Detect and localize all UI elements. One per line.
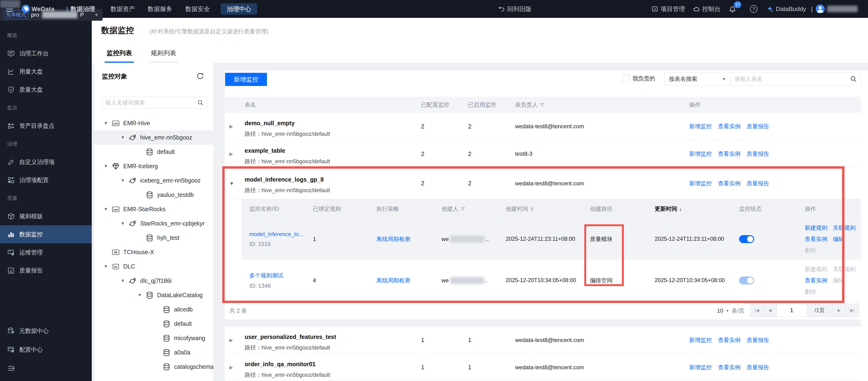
monitor-row[interactable]: 多个规则测试ID: 13464离线周期检测we.2025-12-20T10:34…	[241, 259, 861, 301]
checkbox[interactable]	[622, 75, 629, 82]
strategy-link[interactable]: 离线周期检测	[376, 277, 410, 284]
monitor-action-link[interactable]: 关联规则	[833, 224, 856, 232]
monitor-action-link[interactable]: 编辑	[833, 235, 844, 243]
sidebar-collapse-icon[interactable]	[0, 359, 92, 378]
monitor-row[interactable]: model_inference_lo...ID: 15151离线周期检测we..…	[241, 218, 861, 259]
my-responsibility-filter[interactable]: 我负责的	[622, 75, 655, 82]
back-to-old-version-link[interactable]: 回到旧版	[498, 0, 532, 18]
table-row[interactable]: ▶user_personalized_features_test路径：hive_…	[225, 326, 861, 354]
tree-node[interactable]: ▼EMREMR-StarRocks	[94, 202, 214, 216]
search-icon[interactable]	[197, 99, 204, 106]
tree-node[interactable]: ▼a0a0a	[94, 345, 214, 359]
monitor-action-link[interactable]: 关联规则	[833, 266, 856, 273]
next-page-button[interactable]: ▶	[833, 304, 846, 317]
help-icon[interactable]: ?	[750, 0, 757, 18]
row-action-link[interactable]: 新增监控	[689, 180, 712, 187]
refresh-icon[interactable]	[196, 72, 204, 80]
monitor-action-link[interactable]: 新建规则	[805, 266, 827, 273]
row-action-link[interactable]: 新增监控	[689, 363, 712, 371]
search-type-select[interactable]: 按表名搜索▼	[664, 72, 731, 85]
row-action-link[interactable]: 质量报告	[747, 180, 769, 187]
sidebar-item[interactable]: 配置中心	[0, 340, 92, 359]
sidebar-item[interactable]: 自定义治理项	[0, 153, 92, 171]
sidebar-item[interactable]: 运维管理	[0, 243, 92, 262]
monitor-action-link[interactable]: 查看实例	[805, 235, 827, 243]
tree-node[interactable]: ▼TCHouse-X	[94, 245, 214, 259]
sidebar-item[interactable]: 规则模版	[0, 207, 92, 225]
tree-node[interactable]: ▼default	[94, 145, 214, 159]
filter-funnel-icon[interactable]	[460, 206, 465, 211]
topnav-item[interactable]: 数据安全	[185, 0, 210, 18]
monitor-action-link[interactable]: 删除	[805, 288, 816, 296]
prev-page-button[interactable]: ◀	[764, 304, 777, 317]
monitor-action-link[interactable]: 编辑	[833, 277, 844, 284]
tree-node[interactable]: ▼alicedb	[94, 302, 214, 317]
sidebar-item[interactable]: 治理工作台	[0, 44, 92, 63]
monitor-action-link[interactable]: 新建规则	[805, 224, 827, 232]
tree-node[interactable]: ▼catalogschema	[94, 359, 214, 374]
console-link[interactable]: 控制台	[693, 0, 720, 18]
current-page-input[interactable]: 1	[777, 304, 807, 317]
row-action-link[interactable]: 查看实例	[718, 363, 741, 371]
row-action-link[interactable]: 质量报告	[747, 363, 769, 371]
row-action-link[interactable]: 质量报告	[747, 150, 769, 158]
sidebar-item[interactable]: 元数据中心	[0, 321, 92, 340]
caret-down-icon[interactable]: ▼	[137, 293, 142, 298]
caret-collapsed-icon[interactable]: ▶	[229, 151, 233, 157]
tree-node[interactable]: ▼yauluo_testdb	[94, 188, 214, 202]
row-action-link[interactable]: 新增监控	[689, 150, 712, 158]
tree-node[interactable]: ▼iceberg_emr-nn5bgooz	[94, 173, 214, 188]
add-monitor-button[interactable]: 新增监控	[225, 73, 267, 86]
last-page-button[interactable]: ▶|	[846, 304, 859, 317]
monitor-status-toggle[interactable]	[739, 235, 754, 243]
table-row[interactable]: ▶example_table路径：hive_emr-nn5bgooz/defau…	[225, 140, 861, 168]
sidebar-item[interactable]: 资产目录盘点	[0, 117, 92, 135]
sort-desc-icon[interactable]: ↓	[679, 206, 682, 212]
tree-node[interactable]: ▼EMREMR-Hive	[94, 116, 214, 130]
monitor-name-link[interactable]: model_inference_lo...	[249, 231, 303, 238]
table-row[interactable]: ▶demo_null_empty路径：hive_emr-nn5bgooz/def…	[225, 113, 861, 140]
tree-node[interactable]: ▼DataLakeCatalog	[94, 288, 214, 302]
monitor-action-link[interactable]: 查看实例	[805, 277, 827, 284]
tree-node[interactable]: ▼StarRocks_emr-cpbjekyr	[94, 216, 214, 231]
sidebar-item[interactable]: 数据监控	[0, 225, 92, 243]
sidebar-item[interactable]: 用量大盘	[0, 63, 92, 80]
caret-down-icon[interactable]: ▼	[103, 164, 108, 169]
row-action-link[interactable]: 查看实例	[718, 180, 741, 187]
filter-funnel-icon[interactable]	[539, 102, 544, 107]
caret-down-icon[interactable]: ▼	[120, 178, 125, 183]
tree-node[interactable]: ▼hyh_test	[94, 231, 214, 245]
tab-active[interactable]: 监控列表	[105, 49, 134, 63]
row-action-link[interactable]: 新增监控	[689, 336, 712, 344]
topnav-item[interactable]: 数据资产	[111, 0, 135, 18]
tree-search-input[interactable]	[105, 99, 197, 106]
row-action-link[interactable]: 查看实例	[718, 336, 741, 344]
table-row[interactable]: ▼model_inference_logs_gp_8路径：hive_emr-nn…	[225, 168, 861, 199]
tree-node[interactable]: ▼EMR-Iceberg	[94, 159, 214, 173]
caret-down-icon[interactable]: ▼	[103, 121, 108, 126]
project-manage-link[interactable]: 项目管理	[652, 0, 685, 18]
tree-node[interactable]: ▼default	[94, 317, 214, 331]
caret-collapsed-icon[interactable]: ▶	[229, 365, 233, 370]
monitor-status-toggle[interactable]	[739, 276, 754, 284]
databuddy-link[interactable]: DataBuddy	[766, 0, 806, 18]
caret-expanded-icon[interactable]: ▼	[229, 181, 234, 186]
tree-node[interactable]: ▼micofywang	[94, 331, 214, 345]
tree-node[interactable]: ▼hive_emr-nn5bgooz	[94, 130, 214, 145]
table-search-input[interactable]	[734, 76, 850, 82]
table-row[interactable]: ▶order_info_qa_monitor01路径：hive_emr-nn5b…	[225, 354, 861, 381]
sort-icon[interactable]: ▲▼	[530, 206, 534, 211]
tree-node[interactable]: ▼dlc_qj7f186i	[94, 274, 214, 288]
sidebar-item[interactable]: 治理项配置	[0, 171, 92, 189]
row-action-link[interactable]: 新增监控	[689, 123, 712, 130]
redacted-nav-item[interactable]	[0, 0, 20, 8]
strategy-link[interactable]: 离线周期检测	[376, 235, 410, 243]
user-account[interactable]	[816, 0, 858, 18]
topnav-item[interactable]: 数据服务	[148, 0, 172, 18]
row-action-link[interactable]: 查看实例	[718, 150, 741, 158]
tree-node[interactable]: ▼DsDLC	[94, 259, 214, 274]
caret-down-icon[interactable]: ▼	[120, 135, 125, 140]
topnav-item[interactable]: 治理中心	[221, 3, 257, 14]
page-size-select[interactable]: 10▼ 条/页	[717, 307, 744, 314]
monitor-name-link[interactable]: 多个规则测试	[249, 272, 283, 279]
